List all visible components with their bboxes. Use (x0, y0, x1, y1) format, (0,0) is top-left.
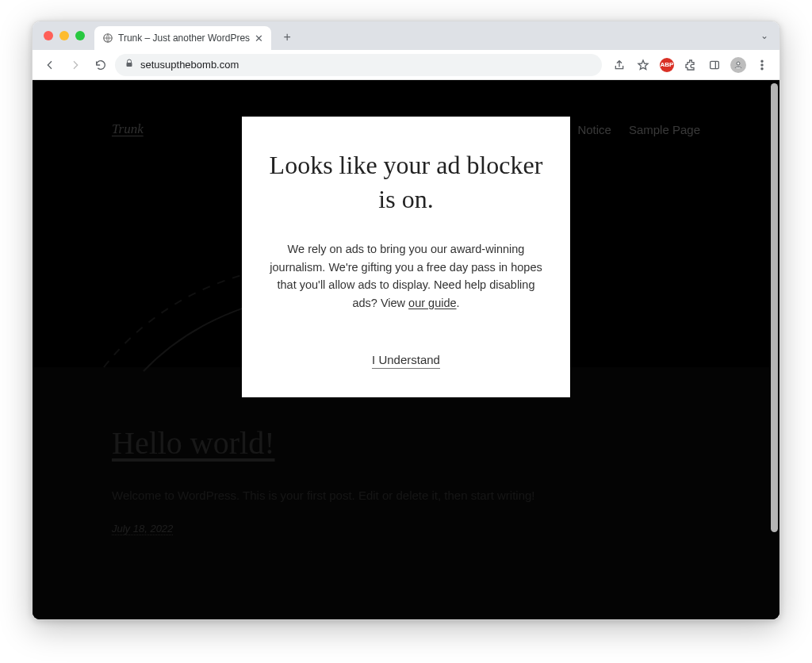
reload-button[interactable] (90, 54, 112, 76)
new-tab-button[interactable]: + (276, 26, 298, 48)
close-window-button[interactable] (44, 31, 53, 40)
adblock-extension-icon[interactable]: ABP (656, 54, 678, 76)
share-icon[interactable] (608, 54, 630, 76)
back-button[interactable] (39, 54, 61, 76)
side-panel-icon[interactable] (703, 54, 726, 76)
modal-heading: Looks like your ad blocker is on. (264, 148, 548, 217)
modal-body: We rely on ads to bring you our award-wi… (264, 240, 548, 312)
svg-rect-1 (127, 63, 132, 67)
extensions-icon[interactable] (680, 54, 702, 76)
forward-button[interactable] (64, 54, 86, 76)
svg-point-5 (761, 63, 763, 65)
understand-button[interactable]: I Understand (372, 353, 440, 369)
tabs-dropdown-icon[interactable]: ⌄ (760, 30, 768, 41)
close-tab-icon[interactable]: ✕ (255, 33, 263, 44)
guide-link[interactable]: our guide (408, 297, 456, 309)
minimize-window-button[interactable] (59, 31, 69, 40)
tab-strip: Trunk – Just another WordPres ✕ + ⌄ (33, 21, 779, 50)
svg-point-4 (761, 60, 763, 62)
page-content: Trunk Notice Sample Page Hello world! We… (33, 80, 779, 619)
profile-avatar[interactable] (727, 54, 749, 76)
scrollbar-thumb[interactable] (771, 83, 778, 532)
abp-badge: ABP (660, 58, 674, 72)
address-bar[interactable]: setusupthebomb.com (115, 54, 602, 76)
modal-body-suffix: . (457, 297, 460, 309)
svg-point-3 (737, 62, 740, 65)
bookmark-star-icon[interactable] (632, 54, 654, 76)
url-text: setusupthebomb.com (140, 59, 239, 71)
svg-point-6 (761, 67, 763, 69)
toolbar-right: ABP (608, 54, 773, 76)
tab-title: Trunk – Just another WordPres (118, 33, 250, 44)
maximize-window-button[interactable] (75, 31, 85, 40)
globe-icon (102, 33, 113, 44)
browser-window: Trunk – Just another WordPres ✕ + ⌄ setu… (32, 21, 780, 620)
modal-body-text: We rely on ads to bring you our award-wi… (270, 243, 542, 309)
adblock-modal: Looks like your ad blocker is on. We rel… (242, 117, 570, 397)
browser-tab[interactable]: Trunk – Just another WordPres ✕ (94, 26, 271, 50)
lock-icon (124, 59, 134, 71)
browser-toolbar: setusupthebomb.com ABP (33, 50, 779, 80)
window-controls (44, 31, 85, 40)
svg-rect-2 (710, 61, 719, 68)
kebab-menu-icon[interactable] (751, 54, 773, 76)
